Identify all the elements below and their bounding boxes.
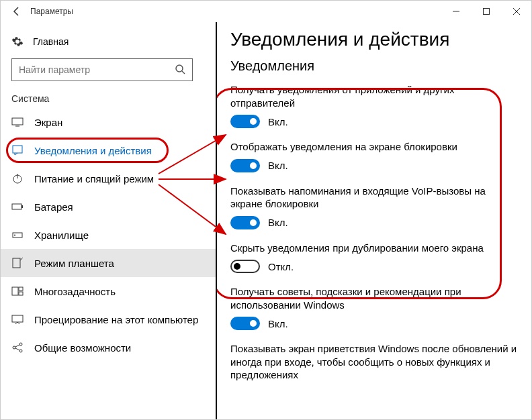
svg-rect-9: [12, 204, 21, 209]
setting-label: Показывать напоминания и входящие VoIP-в…: [230, 185, 518, 211]
home-label: Главная: [33, 36, 69, 47]
home-link[interactable]: Главная: [1, 30, 216, 53]
svg-rect-15: [12, 287, 18, 295]
svg-rect-13: [13, 258, 20, 268]
battery-icon: [11, 201, 24, 213]
notification-icon: [11, 144, 24, 156]
nav-label: Режим планшета: [34, 258, 114, 269]
toggle-switch[interactable]: [230, 260, 260, 273]
nav-item-shared[interactable]: Общие возможности: [1, 333, 216, 362]
nav-list: Экран Уведомления и действия Питание и с…: [1, 108, 216, 362]
toggle-state: Откл.: [268, 261, 294, 272]
nav-label: Общие возможности: [34, 342, 131, 354]
nav-item-battery[interactable]: Батарея: [1, 193, 216, 221]
nav-item-multitasking[interactable]: Многозадачность: [1, 277, 216, 305]
maximize-button[interactable]: [471, 1, 501, 22]
nav-label: Уведомления и действия: [34, 145, 152, 156]
svg-rect-16: [19, 287, 23, 291]
page-heading: Уведомления и действия: [230, 29, 518, 50]
svg-point-19: [13, 346, 15, 349]
nav-item-power[interactable]: Питание и спящий режим: [1, 164, 216, 193]
toggle-state: Вкл.: [268, 318, 288, 329]
titlebar: Параметры: [1, 1, 531, 22]
setting-row: Получать уведомления от приложений и дру…: [230, 83, 518, 128]
toggle-state: Вкл.: [268, 116, 288, 127]
nav-item-display[interactable]: Экран: [1, 108, 216, 136]
setting-row: Скрыть уведомления при дублировании моег…: [230, 242, 518, 274]
toggle-switch[interactable]: [230, 159, 260, 172]
multitask-icon: [11, 285, 24, 297]
setting-row: Показывать экран приветствия Windows пос…: [230, 342, 518, 382]
project-icon: [11, 313, 24, 325]
tablet-icon: [11, 257, 24, 269]
search-input[interactable]: [19, 64, 167, 75]
nav-item-storage[interactable]: Хранилище: [1, 221, 216, 249]
nav-label: Питание и спящий режим: [34, 173, 154, 185]
sidebar: Главная Система Экран Уведомления и дейс…: [1, 22, 216, 419]
setting-label: Показывать экран приветствия Windows пос…: [230, 342, 518, 382]
setting-row: Показывать напоминания и входящие VoIP-в…: [230, 185, 518, 229]
setting-label: Получать уведомления от приложений и дру…: [230, 83, 518, 109]
svg-point-12: [14, 235, 15, 236]
nav-label: Хранилище: [34, 229, 89, 241]
page-subheading: Уведомления: [230, 58, 518, 74]
search-icon: [175, 64, 185, 76]
svg-rect-1: [483, 9, 489, 15]
main-panel: Уведомления и действия Уведомления Получ…: [216, 22, 531, 419]
setting-label: Отображать уведомления на экране блокиро…: [230, 140, 518, 154]
svg-point-20: [19, 343, 22, 346]
back-button[interactable]: [3, 1, 30, 22]
gear-icon: [11, 36, 24, 48]
setting-row: Отображать уведомления на экране блокиро…: [230, 140, 518, 172]
svg-rect-4: [12, 118, 23, 125]
storage-icon: [11, 229, 24, 241]
setting-row: Получать советы, подсказки и рекомендаци…: [230, 285, 518, 330]
svg-rect-17: [19, 292, 23, 295]
toggle-switch[interactable]: [230, 216, 260, 229]
svg-rect-18: [12, 315, 23, 322]
nav-label: Батарея: [34, 201, 73, 213]
setting-label: Скрыть уведомления при дублировании моег…: [230, 242, 518, 255]
shared-icon: [11, 342, 24, 354]
svg-rect-6: [13, 146, 22, 153]
svg-line-3: [182, 71, 185, 74]
nav-label: Экран: [34, 117, 62, 128]
nav-item-notifications[interactable]: Уведомления и действия: [1, 136, 216, 164]
setting-label: Получать советы, подсказки и рекомендаци…: [230, 285, 518, 311]
svg-point-21: [19, 350, 22, 352]
toggle-switch[interactable]: [230, 317, 260, 330]
monitor-icon: [11, 116, 24, 128]
nav-item-tablet[interactable]: Режим планшета: [1, 249, 216, 277]
nav-label: Многозадачность: [34, 286, 116, 297]
toggle-state: Вкл.: [268, 217, 288, 228]
svg-line-23: [15, 348, 19, 350]
svg-rect-10: [21, 205, 23, 208]
svg-line-14: [20, 258, 23, 260]
svg-point-2: [176, 65, 183, 72]
close-button[interactable]: [501, 1, 531, 22]
toggle-switch[interactable]: [230, 115, 260, 128]
nav-label: Проецирование на этот компьютер: [34, 314, 198, 325]
nav-item-projecting[interactable]: Проецирование на этот компьютер: [1, 305, 216, 333]
sidebar-section-label: Система: [1, 81, 216, 108]
svg-line-22: [15, 345, 19, 347]
toggle-state: Вкл.: [268, 160, 288, 171]
power-icon: [11, 172, 24, 185]
search-box[interactable]: [11, 58, 193, 81]
minimize-button[interactable]: [441, 1, 471, 22]
window-title: Параметры: [30, 7, 73, 16]
